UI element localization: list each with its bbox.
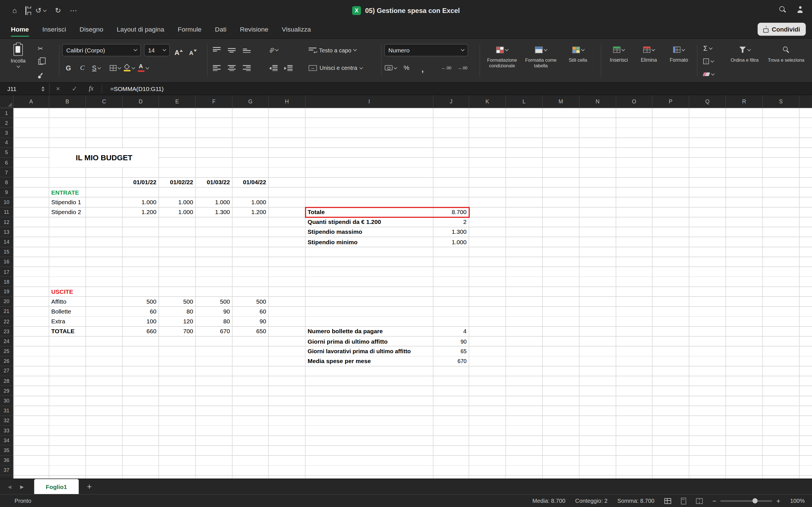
- cell-G8[interactable]: 01/04/22: [233, 178, 269, 187]
- row-header-10[interactable]: 10: [0, 198, 13, 207]
- align-top-button[interactable]: [210, 44, 223, 56]
- column-header-M[interactable]: M: [543, 95, 579, 108]
- merge-center-button[interactable]: Unisci e centra: [309, 61, 363, 75]
- tab-formule[interactable]: Formule: [171, 20, 208, 38]
- name-box[interactable]: J11: [0, 83, 50, 95]
- cell-I26[interactable]: Media spese per mese: [306, 356, 434, 366]
- cell-B21[interactable]: Bollette: [49, 307, 86, 317]
- fill-button[interactable]: [703, 55, 714, 67]
- cell-D22[interactable]: 100: [123, 317, 159, 327]
- align-middle-button[interactable]: [225, 44, 238, 56]
- row-header-3[interactable]: 3: [0, 128, 13, 138]
- decrease-indent-button[interactable]: [267, 62, 280, 73]
- cell-J14[interactable]: 1.000: [434, 237, 469, 247]
- format-as-table-button[interactable]: Formatta come tabella: [522, 39, 560, 83]
- share-button[interactable]: Condividi: [758, 23, 806, 36]
- page-layout-view-button[interactable]: [681, 497, 686, 504]
- cell-G10[interactable]: 1.000: [233, 198, 269, 207]
- row-header-17[interactable]: 17: [0, 267, 13, 277]
- autosum-button[interactable]: Σ: [703, 43, 714, 54]
- tab-home[interactable]: Home: [4, 20, 36, 38]
- column-header-J[interactable]: J: [434, 95, 469, 108]
- cell-E8[interactable]: 01/02/22: [159, 178, 196, 187]
- cell-B5[interactable]: IL MIO BUDGET: [50, 149, 158, 167]
- cell-F20[interactable]: 500: [196, 297, 232, 307]
- row-header-9[interactable]: 9: [0, 187, 13, 198]
- cell-B23[interactable]: TOTALE: [49, 327, 86, 337]
- row-header-28[interactable]: 28: [0, 376, 13, 386]
- cell-B22[interactable]: Extra: [49, 317, 86, 327]
- cell-I14[interactable]: Stipendio minimo: [306, 237, 434, 247]
- column-header-P[interactable]: P: [652, 95, 689, 108]
- cell-D10[interactable]: 1.000: [123, 198, 159, 207]
- font-color-button[interactable]: A: [137, 62, 149, 73]
- next-sheet-button[interactable]: ▶: [20, 484, 24, 489]
- cancel-entry-button[interactable]: ×: [50, 85, 66, 93]
- cell-B11[interactable]: Stipendio 2: [49, 208, 86, 217]
- tab-layout-di-pagina[interactable]: Layout di pagina: [110, 20, 171, 38]
- cell-J24[interactable]: 90: [434, 337, 469, 346]
- cell-B9[interactable]: ENTRATE: [49, 187, 86, 198]
- zoom-out-button[interactable]: −: [712, 497, 716, 505]
- row-header-24[interactable]: 24: [0, 336, 13, 346]
- tab-disegno[interactable]: Disegno: [73, 20, 110, 38]
- cell-I13[interactable]: Stipendio massimo: [306, 227, 434, 237]
- row-header-16[interactable]: 16: [0, 257, 13, 267]
- previous-sheet-button[interactable]: ◀: [8, 484, 11, 489]
- select-all-corner[interactable]: [0, 95, 13, 108]
- add-sheet-button[interactable]: +: [87, 482, 92, 491]
- cell-I23[interactable]: Numero bollette da pagare: [306, 327, 434, 337]
- zoom-level[interactable]: 100%: [790, 498, 805, 504]
- decrease-font-size-button[interactable]: A: [188, 44, 199, 55]
- cell-styles-button[interactable]: Stili cella: [560, 39, 596, 83]
- row-header-12[interactable]: 12: [0, 217, 13, 227]
- column-header-B[interactable]: B: [49, 95, 86, 108]
- format-cells-button[interactable]: Formato: [665, 39, 693, 83]
- column-header-R[interactable]: R: [726, 95, 763, 108]
- underline-button[interactable]: S: [90, 62, 103, 73]
- column-header-Q[interactable]: Q: [689, 95, 726, 108]
- account-button[interactable]: [797, 6, 804, 14]
- align-right-button[interactable]: [240, 62, 253, 73]
- confirm-entry-button[interactable]: ✓: [66, 85, 83, 93]
- cell-G20[interactable]: 500: [233, 297, 269, 307]
- insert-cells-button[interactable]: Inserisci: [605, 39, 633, 83]
- column-header-K[interactable]: K: [469, 95, 506, 108]
- cell-E11[interactable]: 1.000: [159, 208, 196, 217]
- tab-revisione[interactable]: Revisione: [233, 20, 275, 38]
- row-header-34[interactable]: 34: [0, 436, 13, 446]
- tab-inserisci[interactable]: Inserisci: [36, 20, 73, 38]
- row-header-15[interactable]: 15: [0, 247, 13, 257]
- cell-D11[interactable]: 1.200: [123, 208, 159, 217]
- font-size-select[interactable]: 14: [144, 44, 170, 56]
- font-name-select[interactable]: Calibri (Corpo): [62, 44, 141, 56]
- cell-E23[interactable]: 700: [159, 327, 196, 337]
- cut-button[interactable]: ✂: [34, 43, 47, 54]
- cell-E21[interactable]: 80: [159, 307, 196, 317]
- align-center-button[interactable]: [225, 62, 238, 73]
- row-header-22[interactable]: 22: [0, 317, 13, 327]
- sort-filter-button[interactable]: Ordina e filtra: [727, 39, 762, 83]
- clear-button[interactable]: [703, 68, 714, 80]
- search-button[interactable]: [779, 6, 786, 14]
- insert-function-button[interactable]: fx: [83, 85, 100, 93]
- row-header-31[interactable]: 31: [0, 406, 13, 416]
- row-header-13[interactable]: 13: [0, 227, 13, 237]
- cell-G11[interactable]: 1.200: [233, 208, 269, 217]
- column-header-I[interactable]: I: [306, 95, 434, 108]
- find-select-button[interactable]: Trova e seleziona: [765, 39, 807, 83]
- copy-button[interactable]: [34, 56, 47, 68]
- column-header-O[interactable]: O: [616, 95, 653, 108]
- row-header-36[interactable]: 36: [0, 455, 13, 465]
- cell-J11[interactable]: 8.700: [434, 208, 469, 217]
- cell-F23[interactable]: 670: [196, 327, 232, 337]
- align-bottom-button[interactable]: [240, 44, 253, 56]
- increase-indent-button[interactable]: [282, 62, 295, 73]
- cell-I24[interactable]: Giorni prima di ultimo affitto: [306, 337, 434, 346]
- row-header-25[interactable]: 25: [0, 346, 13, 356]
- row-header-29[interactable]: 29: [0, 386, 13, 396]
- borders-button[interactable]: [109, 62, 121, 73]
- comma-format-button[interactable]: ,: [416, 62, 429, 73]
- cell-I12[interactable]: Quanti stipendi da € 1.200: [306, 217, 434, 227]
- tab-dati[interactable]: Dati: [208, 20, 233, 38]
